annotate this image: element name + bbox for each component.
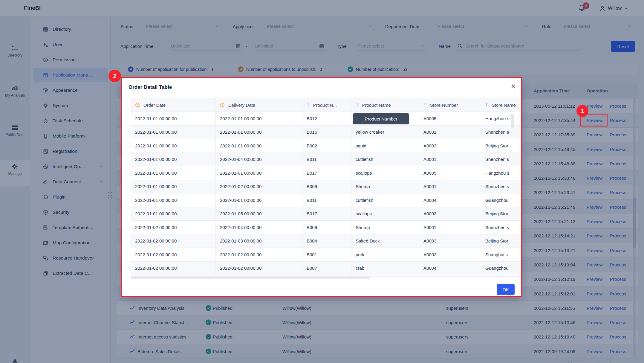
order-cell: Beijing Stor xyxy=(481,139,520,153)
order-cell: 2022-01-02 00:00:00 xyxy=(216,248,302,262)
order-cell: B012 xyxy=(302,112,351,126)
column-header[interactable]: Delivery Date xyxy=(216,98,302,112)
order-cell: 2022-01-04 00:00:00 xyxy=(216,153,302,167)
fineBI-admin-page: FineBI 2 Willow DirectoryMy AnalysisPubl… xyxy=(0,0,644,363)
order-cell: A0001 xyxy=(419,180,481,194)
order-cell: 2022-01-02 00:00:00 xyxy=(216,262,302,275)
order-cell: A0003 xyxy=(419,207,481,221)
text-type-icon: T xyxy=(423,102,426,108)
order-cell: A0004 xyxy=(419,262,481,275)
order-cell: squid xyxy=(351,139,419,153)
column-header[interactable]: TStore Name xyxy=(481,98,520,112)
order-row: 2022-01-02 00:00:002022-01-02 00:00:00B0… xyxy=(131,262,520,275)
order-cell: yellow croaker xyxy=(351,126,419,139)
order-cell: scallops xyxy=(351,207,419,221)
order-cell: A0002 xyxy=(419,248,481,262)
order-cell: B009 xyxy=(302,221,351,234)
order-cell: scallops xyxy=(351,166,419,180)
modal-title: Order Detail Table xyxy=(129,84,172,90)
order-cell: 2022-01-02 00:00:00 xyxy=(131,248,216,262)
order-cell: 2022-01-01 00:00:00 xyxy=(131,153,216,167)
order-cell: A0005 xyxy=(419,112,481,126)
order-cell: B015 xyxy=(302,126,351,139)
order-cell: B017 xyxy=(302,207,351,221)
order-cell: 2022-01-01 00:00:00 xyxy=(216,112,302,126)
column-header[interactable]: Order Date xyxy=(131,98,216,112)
order-row: 2022-01-01 00:00:002022-01-04 00:00:00B0… xyxy=(131,153,520,167)
order-cell: B004 xyxy=(302,234,351,248)
order-cell: crab xyxy=(351,262,419,275)
order-cell: 2022-01-01 00:00:00 xyxy=(131,139,216,153)
order-cell: Shenzhen s xyxy=(481,153,520,167)
order-cell: Beijing Stor xyxy=(481,207,520,221)
order-cell: A0003 xyxy=(419,234,481,248)
text-type-icon: T xyxy=(356,102,359,108)
column-header-label: Store Name xyxy=(492,103,516,108)
order-cell: 2022-01-01 00:00:00 xyxy=(216,193,302,207)
column-header-label: Order Date xyxy=(143,103,166,108)
modal-table-horizontal-scrollbar[interactable] xyxy=(131,277,370,279)
order-cell: 2022-01-01 00:00:00 xyxy=(131,180,216,194)
order-row: 2022-01-02 00:00:002022-01-04 00:00:00B0… xyxy=(131,221,520,234)
order-cell: 2022-01-01 00:00:00 xyxy=(216,166,302,180)
date-type-icon xyxy=(220,103,225,107)
order-cell: B017 xyxy=(302,166,351,180)
column-header[interactable]: TProduct Name xyxy=(351,98,419,112)
order-cell: cuttlefish xyxy=(351,193,419,207)
order-cell: B011 xyxy=(302,193,351,207)
close-icon[interactable]: × xyxy=(508,81,518,91)
order-cell: 2022-01-05 00:00:00 xyxy=(216,207,302,221)
order-cell: Shenzhen s xyxy=(481,180,520,194)
column-header[interactable]: TStore Number xyxy=(419,98,481,112)
order-cell: pork xyxy=(351,248,419,262)
order-cell: 2022-01-02 00:00:00 xyxy=(131,221,216,234)
order-row: 2022-01-01 00:00:002022-01-02 00:00:00B0… xyxy=(131,180,520,194)
date-type-icon xyxy=(135,103,140,107)
order-cell: Guangzhou xyxy=(481,262,520,275)
ok-button[interactable]: OK xyxy=(497,284,515,295)
order-cell: A0001 xyxy=(419,221,481,234)
order-cell: A0003 xyxy=(419,139,481,153)
order-cell: Hangzhou s xyxy=(481,112,520,126)
order-cell: 2022-01-02 00:00:00 xyxy=(131,262,216,275)
order-cell: A0001 xyxy=(419,153,481,167)
order-cell: B011 xyxy=(302,153,351,167)
order-cell: Hangzhou s xyxy=(481,166,520,180)
order-cell: Shrimp xyxy=(351,221,419,234)
order-cell xyxy=(419,275,481,277)
text-type-icon: T xyxy=(485,102,488,108)
order-row: 2022-01-01 00:00:002022-01-01 00:00:00B0… xyxy=(131,166,520,180)
order-cell: 2022-01-04 00:00:00 xyxy=(216,221,302,234)
order-cell: cuttlefish xyxy=(351,153,419,167)
order-cell: Shenzhen s xyxy=(481,221,520,234)
order-cell: Shenzhen s xyxy=(481,126,520,139)
order-cell: 2022-01-01 00:00:00 xyxy=(131,207,216,221)
order-cell: 2022-01-02 00:00:00 xyxy=(131,234,216,248)
order-cell: B009 xyxy=(302,180,351,194)
order-cell: Guangzhou xyxy=(481,193,520,207)
order-cell: Beijing Stor xyxy=(481,234,520,248)
order-cell: A0005 xyxy=(419,166,481,180)
order-table-header-row: Order DateDelivery DateTProduct N...TPro… xyxy=(131,98,520,112)
order-row: 2022-01-01 00:00:002022-01-01 00:00:00B0… xyxy=(131,193,520,207)
order-cell: 2022-01-01 00:00:00 xyxy=(131,126,216,139)
order-cell: Shrimp xyxy=(351,180,419,194)
column-header-label: Delivery Date xyxy=(228,103,255,108)
order-cell: A0004 xyxy=(419,193,481,207)
order-cell: 2022-01-01 00:00:00 xyxy=(216,126,302,139)
column-header[interactable]: TProduct N... xyxy=(302,98,351,112)
order-cell: 2022-01-01 00:00:00 xyxy=(216,139,302,153)
modal-table-vertical-scrollbar[interactable] xyxy=(511,114,514,129)
order-row: 2022-01-01 00:00:002022-01-01 00:00:00B0… xyxy=(131,139,520,153)
order-row: 2022-01-01 00:00:002022-01-01 00:00:00B0… xyxy=(131,126,520,139)
order-cell: B002 xyxy=(302,139,351,153)
column-header-label: Product N... xyxy=(313,103,337,108)
order-cell: B007 xyxy=(302,262,351,275)
order-cell: 2022-01-01 00:00:00 xyxy=(131,112,216,126)
order-cell: Shanghai s xyxy=(481,248,520,262)
order-cell: A0001 xyxy=(419,126,481,139)
order-cell: 2022-01-02 00:00:00 xyxy=(216,180,302,194)
order-row: 2022-01-02 00:00:002022-01-03 00:00:00B0… xyxy=(131,234,520,248)
order-cell: 2022-01-01 00:00:00 xyxy=(131,166,216,180)
order-cell: 2022-01-01 00:00:00 xyxy=(131,193,216,207)
